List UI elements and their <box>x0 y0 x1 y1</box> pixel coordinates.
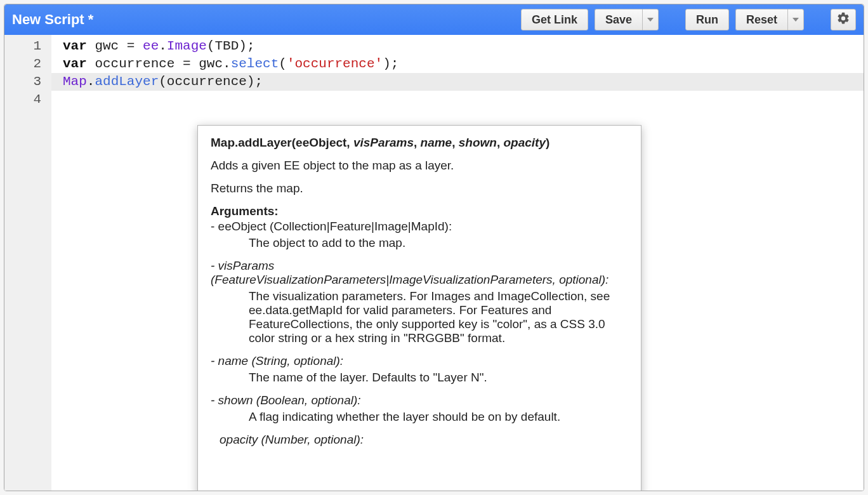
code-editor[interactable]: 1 2 3 4 var gwc = ee.Image(TBD); var occ… <box>4 35 864 491</box>
token-keyword: var <box>63 56 87 71</box>
code-line[interactable]: var gwc = ee.Image(TBD); <box>51 37 864 55</box>
token: occurrence = gwc. <box>87 56 231 71</box>
reset-split-button: Reset <box>735 9 804 30</box>
popup-fade <box>198 490 641 491</box>
line-number: 4 <box>4 91 51 109</box>
doc-signature: Map.addLayer(eeObject, visParams, name, … <box>211 136 628 150</box>
token: (occurrence); <box>159 74 263 89</box>
token-method: addLayer <box>95 74 159 89</box>
doc-sig-param: opacity <box>503 136 546 149</box>
token-method: select <box>231 56 279 71</box>
token-namespace: ee <box>143 39 159 53</box>
doc-arg-head: - visParams <box>211 259 628 273</box>
doc-arg-desc: The visualization parameters. For Images… <box>249 289 628 345</box>
toolbar: New Script * Get Link Save Run Reset <box>4 4 864 35</box>
token: . <box>87 74 95 89</box>
doc-arg-desc: A flag indicating whether the layer shou… <box>249 410 628 424</box>
doc-sig-param: visParams <box>353 136 414 149</box>
doc-arg-head: - shown (Boolean, optional): <box>211 393 628 407</box>
token-class: Image <box>167 39 207 53</box>
documentation-popup: Map.addLayer(eeObject, visParams, name, … <box>197 125 641 491</box>
doc-arg-head: (FeatureVisualizationParameters|ImageVis… <box>211 273 628 287</box>
token: ( <box>279 56 287 71</box>
code-line[interactable] <box>51 91 864 109</box>
line-number: 1 <box>4 37 51 55</box>
doc-returns: Returns the map. <box>211 182 628 195</box>
line-number: 3 <box>4 73 51 91</box>
gear-icon <box>836 11 850 28</box>
doc-arg-desc: The name of the layer. Defaults to "Laye… <box>249 371 628 385</box>
token: . <box>159 39 167 53</box>
token: ); <box>383 56 398 71</box>
line-gutter: 1 2 3 4 <box>4 35 51 491</box>
script-title: New Script * <box>12 11 515 28</box>
save-split-button: Save <box>595 9 659 30</box>
doc-description: Adds a given EE object to the map as a l… <box>211 159 628 173</box>
chevron-down-icon <box>647 18 654 22</box>
doc-sig-param: name <box>421 136 452 149</box>
reset-button[interactable]: Reset <box>735 9 787 30</box>
chevron-down-icon <box>792 18 799 22</box>
token-namespace: Map <box>63 74 87 89</box>
doc-sig-text: , <box>497 136 504 149</box>
doc-sig-text: ) <box>546 136 549 149</box>
save-dropdown-button[interactable] <box>642 9 659 30</box>
doc-sig-text: , <box>452 136 459 149</box>
token: (TBD); <box>207 39 255 53</box>
doc-arguments-heading: Arguments: <box>211 204 628 218</box>
doc-arg-desc: The object to add to the map. <box>249 236 628 250</box>
token-string: 'occurrence' <box>287 56 383 71</box>
get-link-button[interactable]: Get Link <box>521 9 588 30</box>
editor-window: New Script * Get Link Save Run Reset 1 2 <box>4 4 864 491</box>
token-keyword: var <box>63 39 87 53</box>
line-number: 2 <box>4 55 51 73</box>
doc-arg-head-cut: opacity (Number, optional): <box>220 433 628 447</box>
run-button[interactable]: Run <box>685 9 729 30</box>
reset-dropdown-button[interactable] <box>787 9 804 30</box>
code-line[interactable]: var occurrence = gwc.select('occurrence'… <box>51 55 864 73</box>
doc-arg-head: - name (String, optional): <box>211 354 628 368</box>
doc-sig-param: shown <box>459 136 497 149</box>
settings-button[interactable] <box>831 9 856 30</box>
token: gwc = <box>87 39 143 53</box>
doc-sig-text: Map.addLayer(eeObject, <box>211 136 353 149</box>
save-button[interactable]: Save <box>595 9 642 30</box>
code-line-active[interactable]: Map.addLayer(occurrence); <box>51 73 864 91</box>
doc-sig-text: , <box>414 136 421 149</box>
doc-arg-head: - eeObject (Collection|Feature|Image|Map… <box>211 220 628 234</box>
